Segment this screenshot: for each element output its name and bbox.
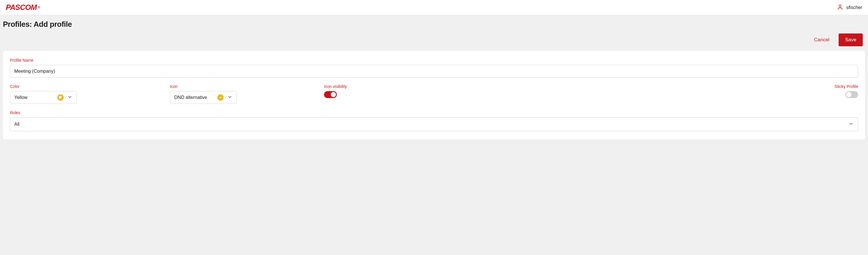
- sticky-profile-block: Sticky Profile: [835, 84, 858, 98]
- page-content: Profiles: Add profile Cancel Save Profil…: [0, 15, 868, 142]
- icon-select[interactable]: DND alternative: [170, 91, 237, 104]
- row-group: Color Yellow Icon: [10, 84, 858, 104]
- roles-select[interactable]: All: [10, 117, 858, 131]
- sticky-profile-toggle[interactable]: [845, 91, 858, 98]
- roles-block: Roles All: [10, 110, 858, 131]
- cancel-button[interactable]: Cancel: [812, 34, 832, 46]
- roles-label: Roles: [10, 110, 858, 115]
- brand-text: PASCOM: [6, 3, 37, 12]
- user-icon: [837, 4, 843, 11]
- icon-visibility-toggle[interactable]: [324, 91, 337, 98]
- color-block: Color Yellow: [10, 84, 77, 104]
- brand-logo: PASCOM®: [6, 3, 40, 12]
- svg-rect-1: [219, 97, 222, 98]
- color-select[interactable]: Yellow: [10, 91, 77, 104]
- actions-row: Cancel Save: [3, 33, 865, 46]
- profile-name-input[interactable]: [10, 65, 858, 78]
- color-value: Yellow: [14, 95, 28, 100]
- dnd-icon: [217, 94, 224, 101]
- profile-name-label: Profile Name: [10, 58, 858, 63]
- toggle-knob: [331, 92, 336, 97]
- sticky-profile-label: Sticky Profile: [835, 84, 858, 89]
- color-label: Color: [10, 84, 77, 89]
- chevron-down-icon: [848, 121, 854, 128]
- profile-name-block: Profile Name: [10, 58, 858, 78]
- icon-label: Icon: [170, 84, 237, 89]
- topbar: PASCOM® sfischer: [0, 0, 868, 15]
- registered-mark: ®: [38, 6, 39, 9]
- page-title: Profiles: Add profile: [3, 20, 865, 29]
- icon-visibility-block: Icon visibility: [324, 84, 347, 98]
- icon-value: DND alternative: [174, 95, 207, 100]
- username-label: sfischer: [846, 5, 862, 10]
- save-button[interactable]: Save: [839, 33, 863, 46]
- roles-value: All: [14, 122, 20, 127]
- icon-block: Icon DND alternative: [170, 84, 237, 104]
- icon-visibility-label: Icon visibility: [324, 84, 347, 89]
- chevron-down-icon: [67, 94, 72, 101]
- user-area[interactable]: sfischer: [837, 4, 862, 11]
- toggle-knob: [846, 92, 851, 97]
- chevron-down-icon: [227, 94, 232, 101]
- svg-point-0: [839, 5, 841, 7]
- form-card: Profile Name Color Yellow: [3, 51, 865, 139]
- palette-icon: [57, 94, 64, 101]
